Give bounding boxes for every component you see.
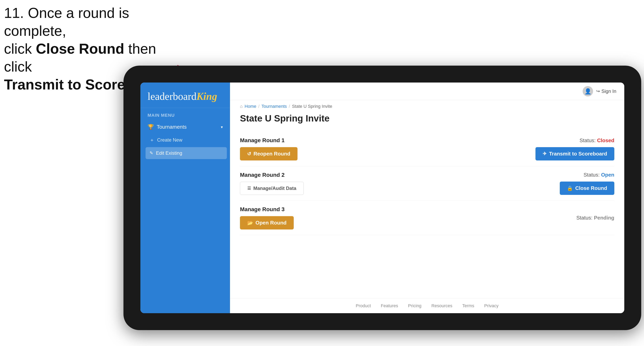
- round-2-status-value: Open: [601, 172, 614, 178]
- footer-pricing[interactable]: Pricing: [408, 303, 421, 308]
- page-title: State U Spring Invite: [240, 113, 614, 124]
- reopen-icon: ↺: [247, 151, 251, 157]
- sign-in-area: 👤 ↪ Sign In: [583, 86, 616, 96]
- manage-audit-label: Manage/Audit Data: [253, 185, 296, 191]
- breadcrumb: ⌂ Home / Tournaments / State U Spring In…: [230, 100, 624, 111]
- round-3-left: Manage Round 3 📂 Open Round: [240, 206, 294, 229]
- sidebar-item-edit-existing[interactable]: ✎ Edit Existing: [146, 147, 227, 159]
- nav-sub-items: ＋ Create New ✎ Edit Existing: [144, 134, 227, 159]
- breadcrumb-home[interactable]: Home: [244, 104, 256, 109]
- breadcrumb-tournaments[interactable]: Tournaments: [262, 104, 287, 109]
- logo-leaderboard: leaderboard: [148, 91, 196, 102]
- round-1-left: Manage Round 1 ↺ Reopen Round: [240, 137, 298, 161]
- trophy-icon: 🏆: [148, 124, 154, 130]
- round-1-status: Status: Closed: [580, 137, 614, 144]
- round-1-status-label: Status:: [580, 137, 596, 143]
- nav-tournaments-label: Tournaments: [157, 124, 186, 130]
- close-round-button[interactable]: 🔒 Close Round: [560, 181, 614, 195]
- footer-terms[interactable]: Terms: [462, 303, 474, 308]
- round-2-left: Manage Round 2 ☰ Manage/Audit Data: [240, 172, 304, 195]
- round-3-right: Status: Pending: [576, 215, 614, 221]
- instruction-line1: 11. Once a round is complete,: [4, 4, 183, 40]
- avatar: 👤: [583, 86, 593, 96]
- edit-existing-label: Edit Existing: [156, 150, 182, 156]
- round-2-title: Manage Round 2: [240, 172, 304, 178]
- manage-audit-button[interactable]: ☰ Manage/Audit Data: [240, 182, 304, 195]
- open-round-label: Open Round: [256, 220, 286, 226]
- tablet-device: leaderboardKing MAIN MENU 🏆 Tournaments …: [124, 66, 641, 330]
- round-2-row: Manage Round 2 ☰ Manage/Audit Data Statu…: [240, 166, 614, 201]
- close-icon: 🔒: [567, 185, 573, 191]
- edit-icon: ✎: [150, 151, 153, 156]
- round-1-right: Status: Closed ✈ Transmit to Scoreboard: [536, 137, 614, 161]
- reopen-round-label: Reopen Round: [254, 151, 290, 157]
- round-1-row: Manage Round 1 ↺ Reopen Round Status: Cl…: [240, 132, 614, 166]
- chevron-down-icon: ▾: [221, 125, 223, 130]
- app-logo: leaderboardKing: [148, 90, 223, 102]
- open-round-button[interactable]: 📂 Open Round: [240, 216, 294, 229]
- round-2-right: Status: Open 🔒 Close Round: [560, 172, 614, 195]
- footer-resources[interactable]: Resources: [431, 303, 452, 308]
- footer-product[interactable]: Product: [356, 303, 371, 308]
- transmit-icon: ✈: [543, 151, 546, 157]
- round-3-status: Status: Pending: [576, 215, 614, 221]
- home-icon: ⌂: [240, 104, 242, 109]
- logo-king: King: [196, 91, 217, 102]
- app-layout: leaderboardKing MAIN MENU 🏆 Tournaments …: [140, 83, 624, 313]
- transmit-to-scoreboard-button[interactable]: ✈ Transmit to Scoreboard: [536, 147, 614, 161]
- footer-features[interactable]: Features: [381, 303, 398, 308]
- page-header: State U Spring Invite: [230, 111, 624, 130]
- footer-privacy[interactable]: Privacy: [484, 303, 498, 308]
- round-1-title: Manage Round 1: [240, 137, 298, 144]
- nav-item-tournaments[interactable]: 🏆 Tournaments ▾: [144, 120, 227, 134]
- reopen-round-button[interactable]: ↺ Reopen Round: [240, 147, 298, 161]
- breadcrumb-sep1: /: [258, 104, 260, 109]
- plus-icon: ＋: [150, 137, 154, 143]
- round-3-status-value: Pending: [594, 215, 614, 221]
- create-new-label: Create New: [157, 137, 182, 143]
- sign-in-label: Sign In: [602, 88, 616, 94]
- sidebar-nav: 🏆 Tournaments ▾ ＋ Create New ✎: [140, 120, 230, 160]
- instruction-click: click: [4, 41, 36, 57]
- user-icon: 👤: [584, 88, 592, 95]
- top-nav: 👤 ↪ Sign In: [230, 83, 624, 100]
- sidebar-item-create-new[interactable]: ＋ Create New: [146, 134, 227, 146]
- transmit-label: Transmit to Scoreboard: [549, 151, 607, 157]
- instruction-close-round: Close Round: [36, 41, 124, 57]
- sign-in-button[interactable]: ↪ Sign In: [596, 88, 616, 94]
- tablet-screen: leaderboardKing MAIN MENU 🏆 Tournaments …: [140, 83, 624, 313]
- close-round-label: Close Round: [575, 185, 607, 191]
- sidebar-logo: leaderboardKing: [140, 83, 230, 108]
- round-2-status-label: Status:: [584, 172, 600, 178]
- nav-item-left: 🏆 Tournaments: [148, 124, 186, 130]
- audit-icon: ☰: [247, 186, 251, 191]
- signin-icon: ↪: [596, 89, 600, 94]
- breadcrumb-sep2: /: [289, 104, 290, 109]
- nav-group-tournaments: 🏆 Tournaments ▾ ＋ Create New ✎: [144, 120, 227, 159]
- round-2-status: Status: Open: [584, 172, 614, 178]
- content-area: Manage Round 1 ↺ Reopen Round Status: Cl…: [230, 130, 624, 298]
- sidebar: leaderboardKing MAIN MENU 🏆 Tournaments …: [140, 83, 230, 313]
- sidebar-menu-label: MAIN MENU: [140, 108, 230, 120]
- open-round-icon: 📂: [247, 220, 253, 226]
- round-1-status-value: Closed: [597, 137, 614, 143]
- breadcrumb-current: State U Spring Invite: [292, 104, 332, 109]
- round-3-row: Manage Round 3 📂 Open Round Status: Pend…: [240, 201, 614, 235]
- main-content: 👤 ↪ Sign In ⌂ Home / Tournaments /: [230, 83, 624, 313]
- footer: Product Features Pricing Resources Terms…: [230, 298, 624, 313]
- round-3-title: Manage Round 3: [240, 206, 294, 213]
- round-3-status-label: Status:: [576, 215, 592, 221]
